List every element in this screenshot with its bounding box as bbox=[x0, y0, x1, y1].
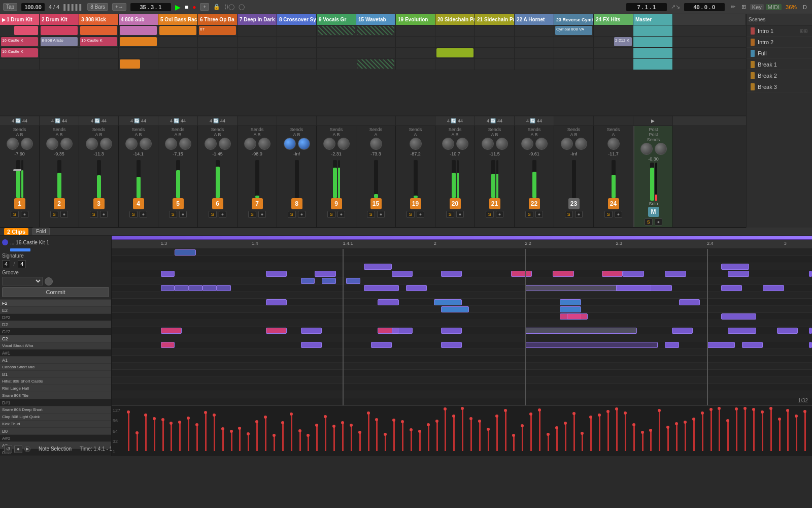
velocity-bar[interactable] bbox=[676, 424, 678, 451]
note-block[interactable] bbox=[728, 271, 749, 277]
velocity-bar[interactable] bbox=[239, 428, 241, 451]
velocity-bar[interactable] bbox=[736, 409, 737, 451]
send-knob-8b[interactable] bbox=[298, 138, 310, 150]
section-full[interactable]: Full bbox=[747, 48, 812, 59]
mute-btn-7[interactable]: ● bbox=[258, 211, 266, 218]
piano-key-kick[interactable]: Kick Thud bbox=[0, 421, 111, 428]
piano-key-as0[interactable]: A#0 bbox=[0, 435, 111, 442]
track-header-4[interactable]: 4 808 Sub bbox=[119, 14, 158, 25]
piano-key-hihat[interactable]: Hihat 808 Short Castle bbox=[0, 378, 111, 385]
send-knob-2b[interactable] bbox=[60, 138, 73, 150]
d-button[interactable]: D bbox=[801, 4, 809, 10]
section-break2[interactable]: Break 2 bbox=[747, 70, 812, 81]
note-block[interactable] bbox=[364, 264, 392, 270]
velocity-bar[interactable] bbox=[231, 431, 232, 451]
send-knob-7a[interactable] bbox=[244, 138, 256, 150]
piano-key-vocal[interactable]: Vocal Shout Wha bbox=[0, 342, 111, 350]
note-block[interactable] bbox=[346, 278, 360, 284]
velocity-bar[interactable] bbox=[522, 426, 523, 451]
send-knob-22a[interactable] bbox=[521, 138, 533, 150]
track-header-21[interactable]: 21 Sidechain Pad bbox=[475, 14, 515, 25]
note-block[interactable] bbox=[378, 299, 398, 305]
piano-key-rim[interactable]: Rim Large Hall bbox=[0, 385, 111, 392]
velocity-bar[interactable] bbox=[702, 413, 703, 451]
note-block[interactable] bbox=[266, 299, 287, 305]
note-block-pink[interactable] bbox=[602, 271, 623, 277]
mute-btn-5[interactable]: ● bbox=[179, 211, 187, 218]
note-block-blue[interactable] bbox=[441, 306, 469, 312]
groove-amount-knob[interactable] bbox=[45, 277, 53, 285]
send-knob-2a[interactable] bbox=[46, 138, 58, 150]
piano-key-cs2[interactable]: C#2 bbox=[0, 328, 111, 335]
note-block[interactable] bbox=[301, 342, 322, 348]
section-break3[interactable]: Break 3 bbox=[747, 81, 812, 92]
velocity-bar[interactable] bbox=[402, 422, 403, 451]
velocity-bar[interactable] bbox=[804, 411, 806, 451]
mute-btn-23[interactable]: ● bbox=[575, 211, 583, 218]
record-button[interactable]: ● bbox=[192, 4, 196, 11]
solo-btn-1[interactable]: S bbox=[11, 211, 19, 218]
track-header-24[interactable]: 24 FX Hits bbox=[594, 14, 633, 25]
velocity-bar[interactable] bbox=[308, 435, 309, 451]
solo-btn-2[interactable]: S bbox=[50, 211, 58, 218]
send-knob-22b[interactable] bbox=[535, 138, 548, 150]
groove-select[interactable] bbox=[2, 277, 43, 285]
piano-key-as1[interactable]: A#1 bbox=[0, 350, 111, 357]
solo-btn-5[interactable]: S bbox=[169, 211, 177, 218]
velocity-bar[interactable] bbox=[316, 425, 318, 451]
piano-key-ds1[interactable]: D#1 bbox=[0, 399, 111, 406]
velocity-bar[interactable] bbox=[642, 432, 644, 451]
velocity-bar[interactable] bbox=[727, 421, 729, 451]
note-block-pink[interactable] bbox=[161, 328, 182, 334]
send-knob-15a[interactable] bbox=[370, 138, 382, 150]
note-block[interactable] bbox=[217, 285, 231, 291]
solo-btn-6[interactable]: S bbox=[209, 211, 217, 218]
note-block-blue[interactable] bbox=[560, 306, 581, 312]
send-knob-24[interactable] bbox=[607, 138, 620, 150]
note-block[interactable] bbox=[392, 328, 413, 334]
velocity-bar[interactable] bbox=[419, 431, 421, 451]
note-block[interactable] bbox=[616, 285, 672, 291]
piano-key-ds2[interactable]: D#2 bbox=[0, 314, 111, 321]
piano-roll-grid[interactable]: 1/32 bbox=[112, 249, 812, 405]
velocity-bar[interactable] bbox=[462, 408, 463, 451]
track-header-15[interactable]: 15 Wavetab bbox=[356, 14, 396, 25]
mute-btn-20[interactable]: ● bbox=[456, 211, 464, 218]
velocity-bar[interactable] bbox=[299, 431, 301, 451]
note-block[interactable] bbox=[707, 342, 735, 348]
solo-btn-3[interactable]: S bbox=[90, 211, 98, 218]
track-header-3[interactable]: 3 808 Kick bbox=[79, 14, 119, 25]
velocity-bar[interactable] bbox=[342, 423, 344, 451]
velocity-bar[interactable] bbox=[359, 432, 361, 451]
velocity-bar[interactable] bbox=[616, 409, 618, 451]
note-block[interactable] bbox=[161, 271, 175, 277]
velocity-bar[interactable] bbox=[428, 425, 429, 451]
velocity-bar[interactable] bbox=[376, 420, 378, 451]
velocity-bar[interactable] bbox=[179, 422, 181, 451]
master-knob-2[interactable] bbox=[655, 143, 667, 155]
velocity-bar[interactable] bbox=[154, 419, 155, 451]
send-knob-3b[interactable] bbox=[100, 138, 112, 150]
velocity-bar[interactable] bbox=[128, 412, 129, 451]
track-header-8[interactable]: 8 Crossover Sy bbox=[277, 14, 317, 25]
velocity-bar[interactable] bbox=[282, 423, 284, 451]
solo-btn-7[interactable]: S bbox=[248, 211, 256, 218]
velocity-bar[interactable] bbox=[393, 420, 395, 451]
mute-btn-2[interactable]: ● bbox=[60, 211, 68, 218]
velocity-bar[interactable] bbox=[385, 434, 386, 451]
note-block[interactable] bbox=[665, 271, 686, 277]
track-header-master[interactable]: Master bbox=[633, 14, 673, 25]
solo-btn-8[interactable]: S bbox=[288, 211, 296, 218]
velocity-bar[interactable] bbox=[745, 408, 746, 451]
note-block[interactable] bbox=[672, 328, 693, 334]
velocity-bar[interactable] bbox=[530, 414, 532, 451]
piano-key-b0[interactable]: B0 bbox=[0, 428, 111, 435]
velocity-bar[interactable] bbox=[625, 413, 626, 451]
send-knob-5b[interactable] bbox=[179, 138, 191, 150]
play-button[interactable]: ▶ bbox=[175, 3, 181, 11]
note-block[interactable] bbox=[371, 342, 392, 348]
piano-key-f2[interactable]: F2 bbox=[0, 300, 111, 307]
send-knob-7b[interactable] bbox=[258, 138, 270, 150]
velocity-bar[interactable] bbox=[513, 435, 515, 451]
velocity-bar[interactable] bbox=[368, 413, 369, 451]
